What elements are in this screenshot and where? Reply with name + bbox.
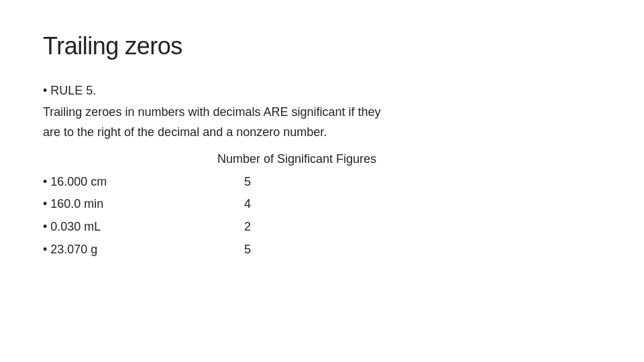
- table-row: • 0.030 mL 2: [43, 218, 601, 237]
- table-row: • 16.000 cm 5: [43, 173, 601, 192]
- row-4-label: • 23.070 g: [43, 241, 217, 259]
- page-title: Trailing zeros: [43, 32, 601, 60]
- table-column-header: Number of Significant Figures: [217, 150, 376, 169]
- row-2-value: 4: [217, 195, 251, 214]
- row-3-label: • 0.030 mL: [43, 218, 217, 237]
- table-header-row: Number of Significant Figures: [43, 150, 601, 169]
- table-row: • 23.070 g 5: [43, 241, 601, 259]
- description-line-1: Trailing zeroes in numbers with decimals…: [43, 103, 601, 122]
- table-row: • 160.0 min 4: [43, 195, 601, 214]
- row-1-label: • 16.000 cm: [43, 173, 217, 192]
- slide: Trailing zeros • RULE 5. Trailing zeroes…: [0, 0, 644, 362]
- row-1-value: 5: [217, 173, 251, 192]
- rule-label: • RULE 5.: [43, 82, 601, 101]
- row-4-value: 5: [217, 241, 251, 259]
- content-area: • RULE 5. Trailing zeroes in numbers wit…: [43, 82, 601, 263]
- data-table: Number of Significant Figures • 16.000 c…: [43, 150, 601, 263]
- description-line-2: are to the right of the decimal and a no…: [43, 123, 601, 142]
- row-2-label: • 160.0 min: [43, 195, 217, 214]
- row-3-value: 2: [217, 218, 251, 237]
